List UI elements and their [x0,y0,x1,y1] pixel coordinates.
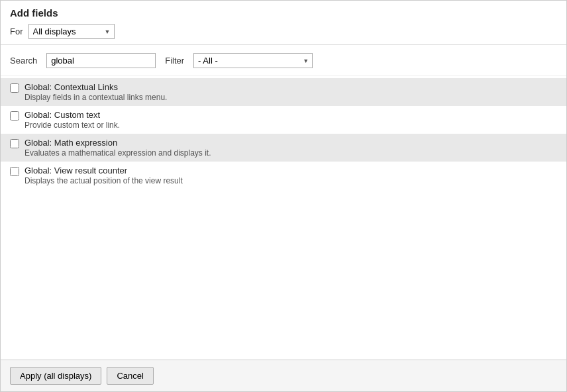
filter-select-wrapper: - All - [193,53,313,68]
field-name-math-expression: Global: Math expression [25,138,557,148]
field-content-custom-text: Global: Custom textProvide custom text o… [25,110,557,130]
field-content-view-result-counter: Global: View result counterDisplays the … [25,166,557,185]
field-checkbox-contextual-links[interactable] [10,83,19,93]
field-content-math-expression: Global: Math expressionEvaluates a mathe… [25,138,557,158]
field-checkbox-math-expression[interactable] [10,139,19,148]
for-select[interactable]: All displays [28,24,115,39]
fields-list: Global: Contextual LinksDisplay fields i… [1,75,566,360]
search-label: Search [10,56,37,66]
cancel-button[interactable]: Cancel [107,367,153,385]
field-item-view-result-counter: Global: View result counterDisplays the … [1,162,566,189]
field-name-view-result-counter: Global: View result counter [25,166,557,175]
field-item-custom-text: Global: Custom textProvide custom text o… [1,106,566,134]
field-description-contextual-links: Display fields in a contextual links men… [25,93,557,102]
field-item-math-expression: Global: Math expressionEvaluates a mathe… [1,134,566,162]
page-title: Add fields [10,7,557,19]
search-input[interactable] [46,53,156,68]
field-checkbox-view-result-counter[interactable] [10,167,19,176]
field-description-custom-text: Provide custom text or link. [25,121,557,130]
for-label: For [10,26,23,36]
field-name-custom-text: Global: Custom text [25,110,557,120]
field-content-contextual-links: Global: Contextual LinksDisplay fields i… [25,82,557,102]
field-checkbox-custom-text[interactable] [10,111,19,121]
field-description-math-expression: Evaluates a mathematical expression and … [25,148,557,158]
filter-label: Filter [165,56,184,66]
for-select-wrapper: All displays [28,24,115,39]
field-description-view-result-counter: Displays the actual position of the view… [25,176,557,185]
apply-button[interactable]: Apply (all displays) [10,367,101,385]
filter-select[interactable]: - All - [193,53,313,68]
field-item-contextual-links: Global: Contextual LinksDisplay fields i… [1,78,566,106]
field-name-contextual-links: Global: Contextual Links [25,82,557,92]
